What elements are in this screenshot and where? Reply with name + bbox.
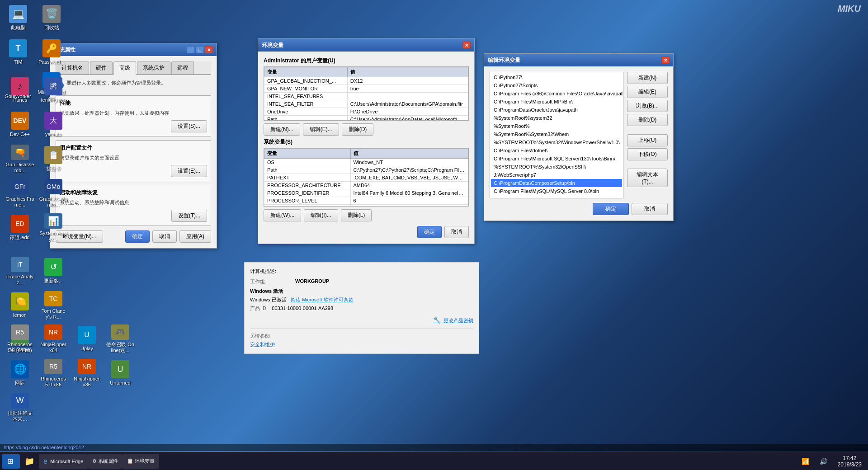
editenv-path-item[interactable]: J:\WebServer\php7 — [491, 171, 622, 179]
user-profiles-settings-btn[interactable]: 设置(E)... — [171, 165, 207, 177]
sys-vars-table-container[interactable]: 变量 值 OSWindows_NTPathC:\Python27;C:\Pyth… — [264, 148, 469, 207]
editenv-path-item[interactable]: C:\ProgramData\ComposerSetup\bin — [491, 179, 622, 187]
taskbar-edge[interactable]: e Microsoft Edge — [39, 454, 88, 469]
desktop-icon-word[interactable]: W 排批注释文本来... — [4, 391, 36, 424]
desktop-icon-lemon[interactable]: 🍋 lemon — [4, 289, 36, 322]
editenv-ok-btn[interactable]: 确定 — [593, 203, 629, 215]
sys-edit-btn[interactable]: 编辑(I)... — [304, 209, 338, 221]
activation-link[interactable]: 阅读 Microsoft 软件许可条款 — [291, 297, 354, 302]
envvars-titlebar[interactable]: 环境变量 ✕ — [258, 39, 474, 52]
sys-new-btn[interactable]: 新建(W)... — [264, 209, 301, 221]
editenv-list[interactable]: C:\Python27\C:\Python27\ScriptsC:\Progra… — [490, 72, 623, 198]
editenv-down-btn[interactable]: 下移(O) — [627, 148, 668, 160]
user-var-row[interactable]: OneDriveH:\OneDrive — [264, 108, 468, 116]
sysprops-maximize-btn[interactable]: □ — [196, 46, 204, 53]
user-delete-btn[interactable]: 删除(D) — [342, 123, 374, 136]
tab-hardware[interactable]: 硬件 — [90, 61, 113, 74]
user-var-row[interactable]: GPA_NEW_MONITORtrue — [264, 85, 468, 93]
taskbar-clock[interactable]: 17:42 2019/3/23 — [833, 455, 866, 468]
desktop-icon-uplay[interactable]: U Uplay — [71, 323, 103, 355]
desktop-icon-tenglong[interactable]: 腾 tenlong ren — [37, 74, 70, 107]
desktop-icon-ninjaripper64[interactable]: NR NinjaRipper x64 — [37, 323, 70, 355]
desktop-icon-rhinox86[interactable]: R5 Rhinoceros 5.0 x86 — [37, 357, 70, 390]
sysprops-minimize-btn[interactable]: ─ — [187, 46, 195, 53]
editenv-up-btn[interactable]: 上移(U) — [627, 134, 668, 146]
desktop-icon-jianpan[interactable]: 📋 答题卡 — [37, 143, 70, 175]
user-vars-table-container[interactable]: 变量 值 GPA_GLOBAL_INJECTION_...DX12GPA_NEW… — [264, 66, 469, 121]
taskbar-network[interactable]: 📶 — [797, 454, 815, 469]
sysprops-cancel-btn[interactable]: 取消 — [152, 230, 177, 243]
desktop-icon-wangji[interactable]: 🌐 网际 — [4, 357, 36, 390]
desktop-icon-unturned[interactable]: U Unturned — [104, 357, 137, 390]
desktop-icon-diandian[interactable]: 💻 此电脑 — [2, 2, 34, 34]
security-link[interactable]: 安全和维护 — [250, 341, 473, 348]
editenv-path-item[interactable]: %SystemRoot% — [491, 122, 622, 130]
sys-var-row[interactable]: PROCESSOR_ARCHITECTUREAMD64 — [264, 182, 468, 189]
sysprops-apply-btn[interactable]: 应用(A) — [179, 230, 211, 243]
envvars-cancel-btn[interactable]: 取消 — [444, 226, 469, 238]
desktop-icon-edox[interactable]: ED 家道.edd — [4, 212, 36, 244]
user-var-row[interactable]: INTEL_SEA_FEATURES — [264, 93, 468, 100]
desktop-icon-yamato[interactable]: 大 yamato — [37, 108, 70, 141]
envvars-close-btn[interactable]: ✕ — [462, 42, 471, 49]
desktop-icon-callofduty[interactable]: 🎮 使命召唤 Online(迷... — [104, 323, 137, 355]
desktop-icon-devcpp[interactable]: DEV Dev-C++ — [4, 108, 36, 141]
desktop-icon-tim[interactable]: T TIM — [2, 36, 34, 69]
desktop-icon-itunes[interactable]: ♪ iTunes — [4, 74, 36, 107]
sys-var-row[interactable]: PATHEXT.COM;.EXE;.BAT;.CMD;.VBS;.VBE;.JS… — [264, 174, 468, 182]
sysprops-close-btn[interactable]: ✕ — [205, 46, 213, 53]
desktop-icon-tomclancy[interactable]: TC Tom Clancy's R... — [37, 289, 70, 322]
editenv-delete-btn[interactable]: 删除(D) — [627, 114, 668, 126]
desktop-icon-password[interactable]: 🔑 Password... — [35, 36, 68, 69]
envvars-ok-btn[interactable]: 确定 — [417, 226, 442, 238]
sys-var-row[interactable]: OSWindows_NT — [264, 159, 468, 166]
editenv-new-btn[interactable]: 新建(N) — [627, 72, 668, 84]
desktop-icon-huishouzhan[interactable]: 🗑️ 回收站 — [35, 2, 68, 34]
sys-var-row[interactable]: PROCESSOR_REVISION3c03 — [264, 205, 468, 207]
sys-var-row[interactable]: PROCESSOR_LEVEL6 — [264, 197, 468, 205]
tab-advanced[interactable]: 高级 — [113, 61, 136, 75]
editenv-path-item[interactable]: %SystemRoot%\System32\Wbem — [491, 130, 622, 138]
user-var-row[interactable]: GPA_GLOBAL_INJECTION_...DX12 — [264, 77, 468, 85]
sysprops-titlebar[interactable]: 系统属性 ─ □ ✕ — [50, 43, 217, 56]
user-var-row[interactable]: PathC:\Users\Administrator\AppData\Local… — [264, 116, 468, 121]
desktop-icon-itrace[interactable]: iT iTrace Analyz... — [4, 255, 36, 287]
editenv-path-item[interactable]: C:\Program Files (x86)\Common Files\Orac… — [491, 89, 622, 98]
editenv-path-item[interactable]: C:\Python27\Scripts — [491, 81, 622, 89]
performance-settings-btn[interactable]: 设置(S)... — [171, 120, 207, 132]
desktop-icon-gun[interactable]: 🔫 Gun Disassemb... — [4, 143, 36, 175]
tab-system-protection[interactable]: 系统保护 — [137, 61, 170, 74]
startup-recovery-settings-btn[interactable]: 设置(T)... — [171, 210, 207, 222]
start-button[interactable]: ⊞ — [2, 454, 20, 469]
editenv-path-item[interactable]: C:\Program Files\dotnet\ — [491, 146, 622, 155]
sys-var-row[interactable]: PathC:\Python27;C:\Python27\Scripts;C:\P… — [264, 166, 468, 174]
sys-var-row[interactable]: PROCESSOR_IDENTIFIERIntel64 Family 6 Mod… — [264, 189, 468, 197]
editenv-path-item[interactable]: %SYSTEMROOT%\System32\OpenSSH\ — [491, 163, 622, 171]
sysprops-ok-btn[interactable]: 确定 — [125, 230, 150, 243]
editenv-path-item[interactable]: C:\Python27\ — [491, 73, 622, 81]
desktop-icon-update[interactable]: ↺ 更新客... — [37, 255, 70, 287]
desktop-icon-ninjaripperx86[interactable]: NR NinjaRipper x86 — [71, 357, 103, 390]
desktop-icon-graphics-monitor[interactable]: GMo Graphics Monito... — [37, 177, 70, 210]
tab-remote[interactable]: 远程 — [171, 61, 194, 74]
editenv-edittext-btn[interactable]: 编辑文本(T)... — [627, 169, 668, 187]
editenv-path-item[interactable]: C:\ProgramData\Oracle\Java\javapath — [491, 106, 622, 114]
editenv-path-item[interactable]: C:\Program Files\Microsoft SQL Server\13… — [491, 155, 622, 163]
editenv-edit-btn[interactable]: 编辑(E) — [627, 86, 668, 98]
desktop-icon-graphics-frame[interactable]: GFr Graphics Frame... — [4, 177, 36, 210]
change-key-link[interactable]: 🔧 更改产品密钥 — [433, 316, 473, 324]
desktop-icon-system-analyze[interactable]: 📊 System Analyz... — [37, 212, 70, 244]
taskbar-sound[interactable]: 🔊 — [815, 454, 833, 469]
taskbar-explorer[interactable]: 📁 — [20, 454, 39, 469]
editenv-path-item[interactable]: C:\Program Files\Microsoft MPI\Bin\ — [491, 98, 622, 106]
desktop-icon-rhino64[interactable]: R5 Rhinoceros 5.0 (64-bit) — [4, 323, 36, 355]
user-edit-btn[interactable]: 编辑(E)... — [303, 123, 339, 136]
editenv-path-item[interactable]: C:\Program Files\MySQL\MySQL Server 8.0\… — [491, 187, 622, 195]
editenv-titlebar[interactable]: 编辑环境变量 ✕ — [484, 54, 673, 66]
editenv-path-item[interactable]: %SYSTEMROOT%\System32\WindowsPowerShell\… — [491, 138, 622, 146]
editenv-browse-btn[interactable]: 浏览(B)... — [627, 100, 668, 112]
taskbar-sysprops[interactable]: ⚙ 系统属性 — [88, 454, 123, 469]
editenv-cancel-btn[interactable]: 取消 — [632, 203, 668, 215]
editenv-path-item[interactable]: %SystemRoot%\system32 — [491, 114, 622, 122]
taskbar-envvars[interactable]: 📋 环境变量 — [123, 454, 159, 469]
